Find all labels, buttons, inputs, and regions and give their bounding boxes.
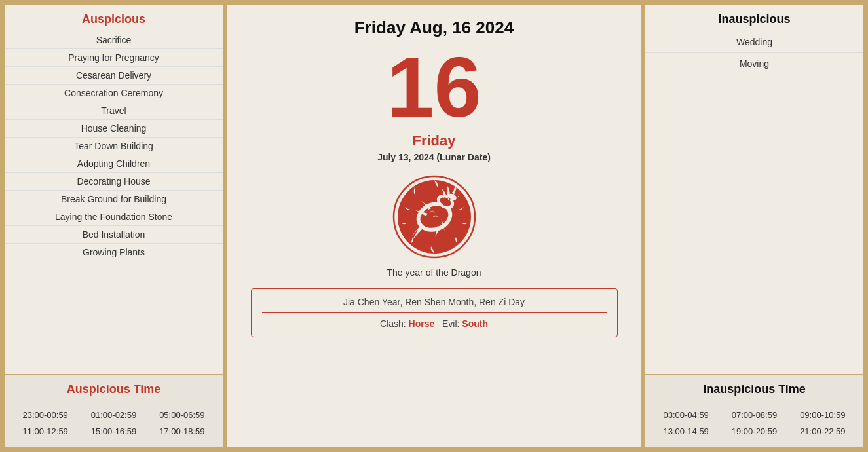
- auspicious-list-item: Sacrifice: [5, 31, 223, 49]
- auspicious-list-item: House Cleaning: [5, 120, 223, 138]
- clash-animal: Horse: [409, 318, 435, 329]
- inauspicious-time-section: Inauspicious Time 03:00-04:5907:00-08:59…: [645, 374, 863, 447]
- auspicious-time-cell: 01:00-02:59: [79, 408, 147, 422]
- svg-point-8: [447, 198, 449, 200]
- auspicious-time-cell: 15:00-16:59: [79, 424, 147, 438]
- auspicious-time-cell: 11:00-12:59: [11, 424, 79, 438]
- dragon-circle-icon: [392, 174, 477, 259]
- inauspicious-time-cell: 13:00-14:59: [652, 424, 720, 438]
- auspicious-section: Auspicious SacrificePraying for Pregnanc…: [5, 5, 223, 374]
- inauspicious-time-grid: 03:00-04:5907:00-08:5909:00-10:5913:00-1…: [645, 404, 863, 442]
- left-panel: Auspicious SacrificePraying for Pregnanc…: [4, 4, 223, 448]
- date-header: Friday Aug, 16 2024: [354, 18, 514, 38]
- inauspicious-section: Inauspicious WeddingMoving: [645, 5, 863, 374]
- auspicious-list-item: Break Ground for Building: [5, 191, 223, 208]
- auspicious-time-cell: 05:00-06:59: [148, 408, 216, 422]
- inauspicious-time-cell: 07:00-08:59: [720, 408, 788, 422]
- lunar-label: (Lunar Date): [436, 152, 490, 162]
- year-label: The year of the Dragon: [387, 267, 481, 278]
- inauspicious-time-cell: 21:00-22:59: [789, 424, 857, 438]
- auspicious-list-item: Decorating House: [5, 173, 223, 191]
- info-box: Jia Chen Year, Ren Shen Month, Ren Zi Da…: [251, 288, 618, 337]
- inauspicious-time-title: Inauspicious Time: [645, 375, 863, 402]
- inauspicious-time-cell: 19:00-20:59: [720, 424, 788, 438]
- auspicious-time-cell: 23:00-00:59: [11, 408, 79, 422]
- auspicious-time-cell: 17:00-18:59: [148, 424, 216, 438]
- inauspicious-list-item: Moving: [645, 53, 863, 74]
- auspicious-list-item: Travel: [5, 102, 223, 120]
- lunar-date-text: July 13, 2024: [377, 152, 434, 162]
- auspicious-time-grid: 23:00-00:5901:00-02:5905:00-06:5911:00-1…: [5, 404, 223, 442]
- main-container: Auspicious SacrificePraying for Pregnanc…: [4, 4, 864, 448]
- auspicious-list-item: Consecration Ceremony: [5, 85, 223, 102]
- clash-label: Clash:: [380, 318, 406, 329]
- center-panel: Friday Aug, 16 2024 16 Friday July 13, 2…: [226, 4, 642, 448]
- auspicious-time-title: Auspicious Time: [5, 375, 223, 402]
- evil-direction: South: [462, 318, 488, 329]
- lunar-date: July 13, 2024 (Lunar Date): [377, 152, 491, 162]
- day-name: Friday: [412, 132, 455, 149]
- auspicious-list-item: Cesarean Delivery: [5, 67, 223, 85]
- inauspicious-list-item: Wedding: [645, 31, 863, 53]
- inauspicious-title: Inauspicious: [645, 5, 863, 31]
- inauspicious-time-cell: 03:00-04:59: [652, 408, 720, 422]
- evil-label: Evil:: [442, 318, 459, 329]
- day-number: 16: [387, 45, 481, 130]
- auspicious-list: SacrificePraying for PregnancyCesarean D…: [5, 31, 223, 261]
- info-year: Jia Chen Year, Ren Shen Month, Ren Zi Da…: [262, 297, 607, 313]
- auspicious-list-item: Growing Plants: [5, 244, 223, 261]
- auspicious-list-item: Praying for Pregnancy: [5, 49, 223, 67]
- auspicious-list-item: Laying the Foundation Stone: [5, 208, 223, 226]
- inauspicious-list: WeddingMoving: [645, 31, 863, 74]
- right-panel: Inauspicious WeddingMoving Inauspicious …: [645, 4, 864, 448]
- auspicious-list-item: Bed Installation: [5, 226, 223, 244]
- auspicious-time-section: Auspicious Time 23:00-00:5901:00-02:5905…: [5, 374, 223, 447]
- auspicious-list-item: Adopting Children: [5, 155, 223, 173]
- auspicious-list-item: Tear Down Building: [5, 138, 223, 155]
- info-clash: Clash: Horse Evil: South: [262, 318, 607, 329]
- inauspicious-time-cell: 09:00-10:59: [789, 408, 857, 422]
- auspicious-title: Auspicious: [5, 5, 223, 31]
